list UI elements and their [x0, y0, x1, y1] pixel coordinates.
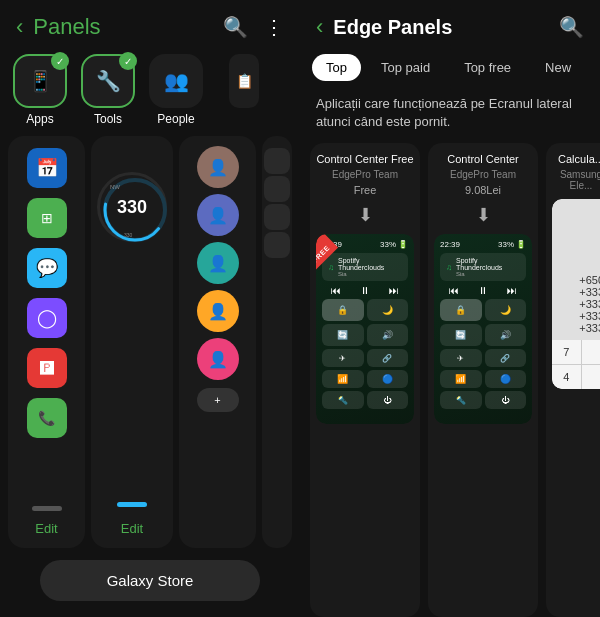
cc-paid-battery: 33% 🔋	[498, 240, 526, 249]
avatar-1: 👤	[197, 146, 239, 188]
cc-btn-bt: 🔵	[367, 370, 409, 388]
cc-paid-btn-link: 🔗	[485, 349, 527, 367]
calc-preview-container: +650 +333 +333 +333 +333 7 4	[552, 199, 600, 389]
cc-music-title: Thunderclouds	[338, 264, 402, 271]
cc-btn-power: ⏻	[367, 391, 409, 409]
download-icon-cc[interactable]: ⬇	[476, 204, 491, 226]
right-title: Edge Panels	[333, 16, 549, 39]
right-search-icon[interactable]: 🔍	[559, 15, 584, 39]
people-tab-label: People	[157, 112, 194, 126]
tools-edit-btn[interactable]: Edit	[121, 517, 143, 540]
cc-paid-btn-wifi: 📶	[440, 370, 482, 388]
cc-paid-btn-bt: 🔵	[485, 370, 527, 388]
calc-top: +650 +333 +333 +333 +333	[552, 199, 600, 340]
avatar-5: 👤	[197, 338, 239, 380]
filter-tab-new[interactable]: New	[531, 54, 585, 81]
cc-paid-music-bar: ♫ Spotify Thunderclouds Sia	[440, 253, 526, 281]
calendar-icon: 📅	[27, 148, 67, 188]
next-icon: ⏭	[389, 285, 399, 296]
cc-paid-row-1: ✈ 🔗	[440, 349, 526, 367]
cc-paid-buttons-grid: 🔒 🌙 🔄 🔊	[440, 299, 526, 346]
calc-preview: +650 +333 +333 +333 +333 7 4	[552, 199, 600, 389]
tab-tasks[interactable]: 📋	[214, 54, 274, 126]
tasks-tab-circle: 📋	[229, 54, 259, 108]
apps-scroll: Control Center Free EdgePro Team Free ⬇ …	[300, 143, 600, 617]
cc-paid-btn-rotate: 🔄	[440, 324, 482, 346]
cc-paid-time: 22:39	[440, 240, 460, 249]
cc-paid-btn-torch: 🔦	[440, 391, 482, 409]
people-panel-card: 👤 👤 👤 👤 👤 +	[179, 136, 256, 548]
description-text: Aplicații care funcționează pe Ecranul l…	[300, 91, 600, 143]
left-title: Panels	[33, 14, 213, 40]
panels-grid: 📅 ⊞ 💬 ◯ 🅿 📞 Edit NW 330 330	[0, 136, 300, 548]
apps-tab-circle: 📱 ✓	[13, 54, 67, 108]
app-card-control-center[interactable]: Control Center EdgePro Team 9.08Lei ⬇ 22…	[428, 143, 538, 617]
cc-buttons-grid: 🔒 🌙 🔄 🔊	[322, 299, 408, 346]
filter-tab-top-free[interactable]: Top free	[450, 54, 525, 81]
apps-panel-card: 📅 ⊞ 💬 ◯ 🅿 📞 Edit	[8, 136, 85, 548]
app-name-calc: Calcula...	[558, 153, 600, 165]
cc-btn-vol: 🔊	[367, 324, 409, 346]
filter-tab-top-paid[interactable]: Top paid	[367, 54, 444, 81]
app-team-cc: EdgePro Team	[450, 169, 516, 180]
cc-paid-btn-vol: 🔊	[485, 324, 527, 346]
tabs-row: 📱 ✓ Apps 🔧 ✓ Tools 👥 People 📋	[0, 54, 300, 126]
apps-edit-btn[interactable]: Edit	[35, 517, 57, 540]
cc-battery: 33% 🔋	[380, 240, 408, 249]
search-icon[interactable]: 🔍	[223, 15, 248, 39]
calc-num-3: +333	[558, 298, 600, 310]
cc-paid-btn-plane: ✈	[440, 349, 482, 367]
cc-music-info: Spotify Thunderclouds Sia	[338, 257, 402, 277]
tab-apps[interactable]: 📱 ✓ Apps	[10, 54, 70, 126]
right-back-icon[interactable]: ‹	[316, 14, 323, 40]
tab-people[interactable]: 👥 People	[146, 54, 206, 126]
cc-btn-plane: ✈	[322, 349, 364, 367]
cc-btn-link: 🔗	[367, 349, 409, 367]
cc-btn-moon: 🌙	[367, 299, 409, 321]
cc-row-2: 🔦 ⏻	[322, 391, 408, 409]
cc-paid-btn-moon: 🌙	[485, 299, 527, 321]
cc-paid-status-bar: 22:39 33% 🔋	[440, 240, 526, 249]
right-panel: ‹ Edge Panels 🔍 Top Top paid Top free Ne…	[300, 0, 600, 617]
cc-row-1: ✈ 🔗	[322, 349, 408, 367]
svg-text:NW: NW	[110, 184, 120, 190]
left-header: ‹ Panels 🔍 ⋮	[0, 0, 300, 54]
download-icon-cc-free[interactable]: ⬇	[358, 204, 373, 226]
people-more-btn[interactable]: +	[197, 388, 239, 412]
menu-icon[interactable]: ⋮	[264, 15, 284, 39]
app-name-cc: Control Center	[447, 153, 519, 165]
app-card-control-center-free[interactable]: Control Center Free EdgePro Team Free ⬇ …	[310, 143, 420, 617]
cc-paid-music-info: Spotify Thunderclouds Sia	[456, 257, 520, 277]
calc-cell-blank	[582, 340, 601, 364]
red-icon: 🅿	[27, 348, 67, 388]
cc-controls: ⏮ ⏸ ⏭	[322, 285, 408, 296]
cc-btn-wifi: 📶	[322, 370, 364, 388]
app-preview-cc: 22:39 33% 🔋 ♫ Spotify Thunderclouds Sia	[434, 234, 532, 424]
header-icons: 🔍 ⋮	[223, 15, 284, 39]
cc-paid-preview: 22:39 33% 🔋 ♫ Spotify Thunderclouds Sia	[434, 234, 532, 424]
calc-num-4: +333	[558, 310, 600, 322]
calc-cell-blank2	[582, 365, 601, 389]
calc-num-2: +333	[558, 286, 600, 298]
cc-music-app: Spotify	[338, 257, 402, 264]
prev-icon: ⏮	[331, 285, 341, 296]
tab-tools[interactable]: 🔧 ✓ Tools	[78, 54, 138, 126]
back-icon[interactable]: ‹	[16, 14, 23, 40]
right-header: ‹ Edge Panels 🔍	[300, 0, 600, 54]
filter-tabs: Top Top paid Top free New	[300, 54, 600, 91]
pause-icon: ⏸	[360, 285, 370, 296]
app-price-cc-free: Free	[354, 184, 377, 196]
tools-panel-card: NW 330 330 Edit	[91, 136, 173, 548]
paid-pause-icon: ⏸	[478, 285, 488, 296]
app-card-calculator[interactable]: Calcula... Samsung Ele... +650 +333 +333…	[546, 143, 600, 617]
cc-paid-btn-power: ⏻	[485, 391, 527, 409]
calc-num-5: +333	[558, 322, 600, 334]
galaxy-store-button[interactable]: Galaxy Store	[40, 560, 260, 601]
app-name-cc-free: Control Center Free	[316, 153, 413, 165]
avatar-2: 👤	[197, 194, 239, 236]
svg-text:330: 330	[124, 232, 133, 238]
paid-prev-icon: ⏮	[449, 285, 459, 296]
apps-check-badge: ✓	[51, 52, 69, 70]
filter-tab-top[interactable]: Top	[312, 54, 361, 81]
grid-icon: ⊞	[27, 198, 67, 238]
